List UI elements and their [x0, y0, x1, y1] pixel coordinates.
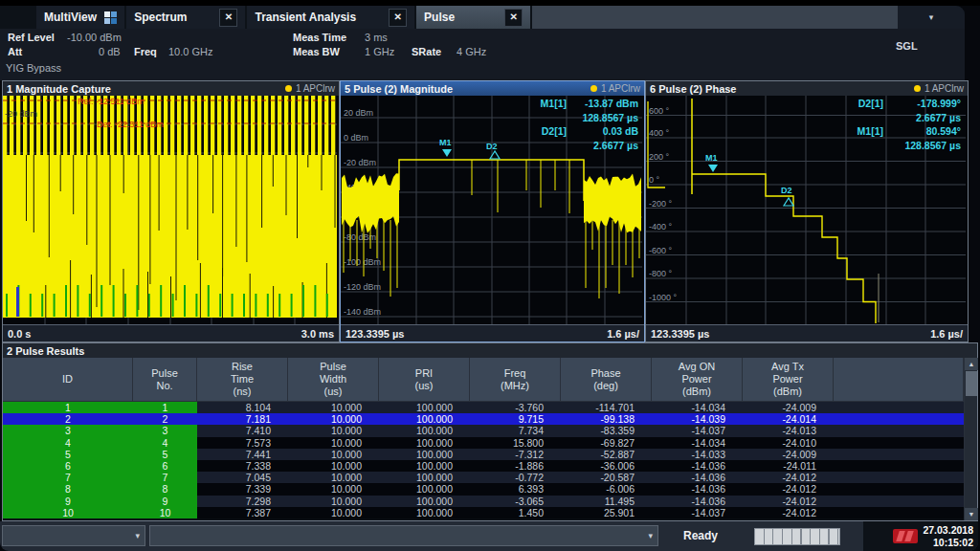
table-cell[interactable]: -0.772 [470, 472, 561, 483]
table-cell[interactable]: -14.034 [652, 437, 743, 449]
pulse-magnitude-plot[interactable]: 20 dBm0 dBm-20 dBm-40 dBm-60 dBm-80 dBm-… [341, 96, 642, 324]
pulse-phase-plot[interactable]: 600 °400 °200 °0 °-200 °-400 °-600 °-800… [646, 96, 966, 324]
table-cell[interactable]: 7.441 [197, 449, 288, 460]
pulse-results-titlebar[interactable]: 2 Pulse Results [3, 343, 977, 358]
tab-pulse[interactable]: Pulse ✕ [416, 6, 530, 29]
table-cell[interactable]: -14.036 [652, 472, 743, 483]
table-cell[interactable]: -6.006 [561, 483, 652, 495]
table-cell[interactable]: 5 [3, 449, 133, 460]
meas-time-value[interactable]: 3 ms [365, 32, 388, 43]
table-cell[interactable]: -7.312 [470, 449, 561, 460]
close-icon[interactable]: ✕ [389, 9, 407, 27]
table-cell[interactable]: -14.037 [652, 425, 743, 436]
table-cell[interactable]: 8.104 [197, 402, 288, 413]
table-cell[interactable]: -24.012 [743, 472, 834, 483]
table-cell[interactable]: 10.000 [288, 402, 379, 413]
table-cell[interactable]: 7.298 [197, 496, 288, 507]
table-cell[interactable]: 100.000 [379, 425, 470, 436]
table-cell[interactable]: 10 [133, 507, 197, 518]
close-icon[interactable]: ✕ [504, 9, 523, 27]
table-cell[interactable]: 9 [133, 496, 197, 507]
table-cell[interactable]: -24.009 [743, 449, 834, 460]
column-header[interactable]: Pulse Width (us) [288, 358, 379, 402]
table-row[interactable]: 447.57310.000100.00015.800-69.827-14.034… [3, 437, 964, 449]
table-cell[interactable]: 6.393 [470, 483, 561, 495]
magnitude-capture-plot[interactable]: Ref. -12.511 dBmDet. -22.511 dBm-20 dBm [3, 96, 337, 324]
table-cell[interactable]: 9.715 [470, 413, 561, 425]
table-cell[interactable]: 1 [133, 402, 197, 413]
table-cell[interactable]: -1.886 [470, 460, 561, 472]
table-row[interactable]: 777.04510.000100.000-0.772-20.587-14.036… [3, 472, 964, 483]
status-dropdown-message[interactable]: ▾ [149, 525, 658, 546]
table-row[interactable]: 887.33910.000100.0006.393-6.006-14.036-2… [3, 483, 964, 495]
table-cell[interactable]: 6 [3, 460, 133, 472]
table-cell[interactable]: 7.181 [197, 413, 288, 425]
table-cell[interactable]: -14.039 [652, 413, 743, 425]
column-header[interactable]: ID [3, 358, 133, 402]
close-icon[interactable]: ✕ [219, 9, 237, 27]
table-cell[interactable]: -24.014 [743, 413, 834, 425]
column-header[interactable]: Phase (deg) [561, 358, 652, 402]
tab-transient-analysis[interactable]: Transient Analysis ✕ [247, 6, 414, 29]
marker-m1-icon[interactable] [442, 149, 452, 157]
table-cell[interactable]: 7.410 [197, 425, 288, 436]
status-dropdown-left[interactable]: ▾ [2, 525, 145, 546]
table-row[interactable]: 118.10410.000100.000-3.760-114.701-14.03… [3, 402, 964, 413]
table-cell[interactable]: 10.000 [288, 425, 379, 436]
table-cell[interactable]: -14.034 [652, 402, 743, 413]
tab-multiview[interactable]: MultiView [36, 6, 124, 29]
table-cell[interactable]: 10.000 [288, 496, 379, 507]
table-cell[interactable]: 4 [133, 437, 197, 449]
column-header[interactable]: Pulse No. [133, 358, 197, 402]
table-cell[interactable]: 7.734 [470, 425, 561, 436]
table-cell[interactable]: 10.000 [288, 507, 379, 518]
table-cell[interactable]: -24.009 [743, 402, 834, 413]
table-cell[interactable]: -3.760 [470, 402, 561, 413]
table-cell[interactable]: 1.450 [470, 507, 561, 518]
table-cell[interactable]: 2 [133, 413, 197, 425]
table-cell[interactable]: 100.000 [379, 483, 470, 495]
table-row[interactable]: 337.41010.000100.0007.734-83.359-14.037-… [3, 425, 964, 436]
table-cell[interactable]: -14.036 [652, 496, 743, 507]
scrollbar-thumb[interactable] [966, 371, 977, 396]
table-cell[interactable]: 10 [3, 507, 133, 518]
table-cell[interactable]: 3 [3, 425, 133, 436]
table-cell[interactable]: 15.800 [470, 437, 561, 449]
table-cell[interactable]: 100.000 [379, 507, 470, 518]
table-cell[interactable]: -36.006 [561, 460, 652, 472]
table-cell[interactable]: 7 [133, 472, 197, 483]
column-header[interactable]: Avg Tx Power (dBm) [743, 358, 834, 402]
table-cell[interactable]: -52.887 [561, 449, 652, 460]
table-cell[interactable]: 1 [3, 402, 133, 413]
pulse-phase-titlebar[interactable]: 6 Pulse (2) Phase 1 APClrw [646, 81, 968, 96]
results-scrollbar[interactable]: ▲ ▼ [964, 358, 977, 520]
table-cell[interactable]: 3 [133, 425, 197, 436]
table-cell[interactable]: -24.012 [743, 483, 834, 495]
column-header[interactable]: Avg ON Power (dBm) [652, 358, 743, 402]
table-cell[interactable]: 10.000 [288, 483, 379, 495]
table-cell[interactable]: 100.000 [379, 496, 470, 507]
table-cell[interactable]: 6 [133, 460, 197, 472]
table-cell[interactable]: 10.000 [288, 437, 379, 449]
table-cell[interactable]: -24.012 [743, 507, 834, 518]
table-cell[interactable]: 100.000 [379, 437, 470, 449]
table-cell[interactable]: -99.138 [561, 413, 652, 425]
table-cell[interactable]: -14.033 [652, 449, 743, 460]
column-header[interactable]: Freq (MHz) [470, 358, 561, 402]
table-cell[interactable]: 7 [3, 472, 133, 483]
table-cell[interactable]: -24.012 [743, 496, 834, 507]
table-cell[interactable]: 10.000 [288, 413, 379, 425]
column-header[interactable]: PRI (us) [379, 358, 470, 402]
meas-bw-value[interactable]: 1 GHz [365, 46, 394, 57]
table-cell[interactable]: 7.045 [197, 472, 288, 483]
table-cell[interactable]: -24.013 [743, 425, 834, 436]
window-pulse-results[interactable]: 2 Pulse Results IDPulse No.Rise Time (ns… [2, 342, 978, 521]
srate-value[interactable]: 4 GHz [457, 46, 486, 57]
window-pulse-magnitude[interactable]: 5 Pulse (2) Magnitude 1 APClrw 20 dBm0 d… [340, 80, 645, 342]
table-cell[interactable]: -83.359 [561, 425, 652, 436]
table-cell[interactable]: 7.387 [197, 507, 288, 518]
table-cell[interactable]: -114.701 [561, 402, 652, 413]
marker-m1-icon[interactable] [708, 165, 718, 172]
att-value[interactable]: 0 dB [99, 46, 121, 57]
table-cell[interactable]: 4 [3, 437, 133, 449]
